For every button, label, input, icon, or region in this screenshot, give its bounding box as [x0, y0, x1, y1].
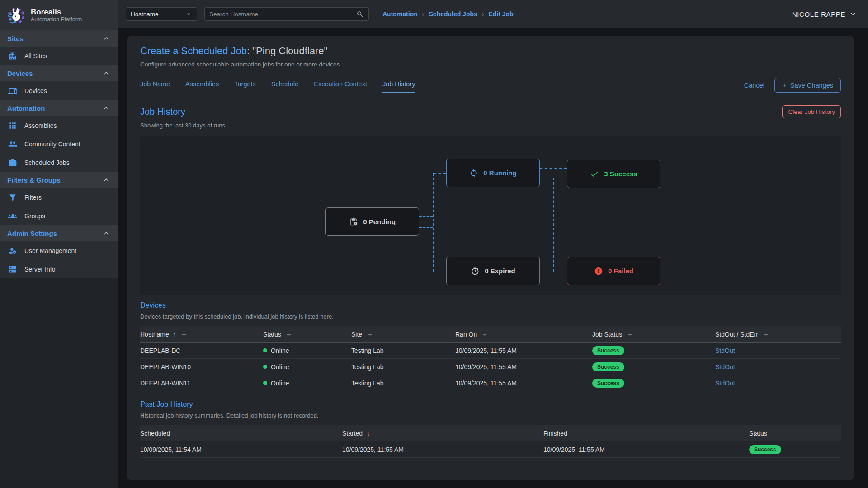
edit-job-panel: Create a Scheduled Job: "Ping Cloudflare…: [127, 36, 854, 480]
filter-list-icon[interactable]: [285, 331, 292, 338]
flow-connector: [553, 178, 554, 272]
flow-node-label: 0 Expired: [485, 267, 515, 275]
hostname-select-value: Hostname: [131, 11, 159, 18]
finished-cell: 10/09/2025, 11:55 AM: [543, 446, 749, 453]
sidebar-item-scheduled-jobs[interactable]: Scheduled Jobs: [0, 153, 118, 172]
online-status-dot: [263, 365, 267, 369]
save-changes-button[interactable]: + Save Changes: [774, 78, 841, 93]
flow-node-expired: 0 Expired: [446, 257, 540, 285]
page-subtitle: Configure advanced schedulable automatio…: [140, 61, 841, 68]
site-cell: Testing Lab: [351, 363, 455, 371]
briefcase-icon: [8, 158, 17, 167]
app-root: Borealis Automation Platform Sites All S…: [0, 0, 868, 488]
job-status-badge[interactable]: Success: [592, 362, 624, 371]
brand-name: Borealis: [31, 8, 82, 17]
breadcrumb-scheduled-jobs[interactable]: Scheduled Jobs: [429, 10, 477, 18]
job-status-badge[interactable]: Success: [592, 379, 624, 388]
chevron-down-icon: [849, 10, 857, 18]
column-header-job-status[interactable]: Job Status: [592, 331, 715, 338]
sidebar-section-filters-groups[interactable]: Filters & Groups: [0, 172, 118, 188]
filter-list-icon[interactable]: [366, 331, 373, 338]
tab-job-name[interactable]: Job Name: [140, 80, 170, 93]
search-box[interactable]: [204, 7, 369, 21]
column-header-finished[interactable]: Finished: [543, 430, 749, 437]
filter-list-icon[interactable]: [180, 331, 188, 338]
status-cell: Online: [271, 380, 289, 387]
search-icon: [356, 10, 364, 18]
table-row[interactable]: 10/09/2025, 11:54 AM 10/09/2025, 11:55 A…: [140, 441, 841, 458]
stopwatch-icon: [471, 267, 480, 276]
sidebar-item-all-sites[interactable]: All Sites: [0, 47, 118, 65]
breadcrumb-automation[interactable]: Automation: [382, 10, 418, 18]
scheduled-cell: 10/09/2025, 11:54 AM: [140, 446, 342, 453]
table-row[interactable]: DEEPLAB-WIN11 Online Testing Lab 10/09/2…: [140, 375, 841, 391]
sidebar-section-admin-settings[interactable]: Admin Settings: [0, 225, 118, 241]
sort-asc-icon[interactable]: ↑: [173, 331, 176, 338]
online-status-dot: [263, 381, 267, 385]
section-label: Devices: [7, 70, 33, 77]
sidebar-item-devices[interactable]: Devices: [0, 81, 118, 100]
content-area: Create a Scheduled Job: "Ping Cloudflare…: [118, 28, 868, 488]
stdout-link[interactable]: StdOut: [715, 363, 735, 371]
filter-list-icon[interactable]: [481, 331, 488, 338]
user-menu[interactable]: NICOLE RAPPE: [792, 10, 857, 18]
ran-on-cell: 10/09/2025, 11:55 AM: [455, 363, 592, 371]
status-cell: Online: [271, 363, 289, 371]
tabs-row: Job Name Assemblies Targets Schedule Exe…: [140, 78, 841, 95]
tab-assemblies[interactable]: Assemblies: [185, 80, 219, 93]
sidebar-section-sites[interactable]: Sites: [0, 30, 118, 47]
topbar: Hostname Automation › Scheduled Jobs › E…: [118, 0, 868, 28]
filter-list-icon[interactable]: [626, 331, 633, 338]
sidebar-item-groups[interactable]: Groups: [0, 206, 118, 225]
tab-schedule[interactable]: Schedule: [271, 80, 298, 93]
sidebar-item-server-info[interactable]: Server Info: [0, 260, 118, 278]
tab-targets[interactable]: Targets: [234, 80, 256, 93]
column-header-ran-on[interactable]: Ran On: [455, 331, 592, 338]
job-status-badge[interactable]: Success: [592, 346, 624, 355]
sort-desc-icon[interactable]: ↓: [367, 430, 370, 437]
column-header-started[interactable]: Started ↓: [342, 430, 543, 437]
column-header-hostname[interactable]: Hostname ↑: [140, 331, 263, 338]
sidebar-item-community-content[interactable]: Community Content: [0, 135, 118, 153]
flow-node-success: 3 Success: [567, 160, 660, 188]
hostname-cell: DEEPLAB-DC: [140, 347, 263, 354]
hostname-select[interactable]: Hostname: [126, 7, 197, 21]
stdout-link[interactable]: StdOut: [715, 347, 735, 354]
sidebar-item-filters[interactable]: Filters: [0, 188, 118, 206]
stdout-link[interactable]: StdOut: [715, 380, 735, 387]
flow-node-label: 0 Pending: [363, 218, 396, 225]
tab-execution-context[interactable]: Execution Context: [314, 80, 367, 93]
tab-job-history[interactable]: Job History: [382, 80, 415, 93]
column-header-stdout-stderr[interactable]: StdOut / StdErr: [715, 331, 841, 338]
sidebar-item-label: User Management: [24, 247, 76, 254]
people-icon: [8, 140, 17, 149]
sidebar-section-automation[interactable]: Automation: [0, 100, 118, 116]
job-history-subtext: Showing the last 30 days of runs.: [140, 122, 841, 129]
devices-icon: [8, 86, 17, 95]
flow-connector: [540, 178, 553, 178]
flow-node-failed: 0 Failed: [567, 257, 660, 285]
flow-node-label: 0 Failed: [608, 267, 633, 275]
column-header-status[interactable]: Status: [263, 331, 351, 338]
breadcrumb: Automation › Scheduled Jobs › Edit Job: [382, 10, 514, 18]
status-cell: Online: [271, 347, 289, 354]
error-icon: [594, 267, 603, 276]
sync-icon: [469, 169, 478, 178]
cancel-button[interactable]: Cancel: [744, 82, 764, 89]
breadcrumb-edit-job[interactable]: Edit Job: [488, 10, 513, 18]
search-input[interactable]: [209, 11, 353, 18]
filter-list-icon[interactable]: [762, 331, 769, 338]
table-row[interactable]: DEEPLAB-DC Online Testing Lab 10/09/2025…: [140, 343, 841, 359]
column-header-status[interactable]: Status: [749, 430, 841, 437]
page-title-job-name: : "Ping Cloudflare": [247, 45, 327, 56]
column-header-site[interactable]: Site: [351, 331, 455, 338]
tabs: Job Name Assemblies Targets Schedule Exe…: [140, 80, 415, 93]
groups-icon: [8, 211, 17, 221]
sidebar-item-label: Devices: [24, 87, 47, 94]
column-header-scheduled[interactable]: Scheduled: [140, 430, 342, 437]
table-row[interactable]: DEEPLAB-WIN10 Online Testing Lab 10/09/2…: [140, 359, 841, 375]
sidebar-item-assemblies[interactable]: Assemblies: [0, 116, 118, 135]
sidebar-section-devices[interactable]: Devices: [0, 65, 118, 81]
sidebar-item-user-management[interactable]: User Management: [0, 241, 118, 260]
clear-job-history-button[interactable]: Clear Job History: [782, 105, 841, 118]
